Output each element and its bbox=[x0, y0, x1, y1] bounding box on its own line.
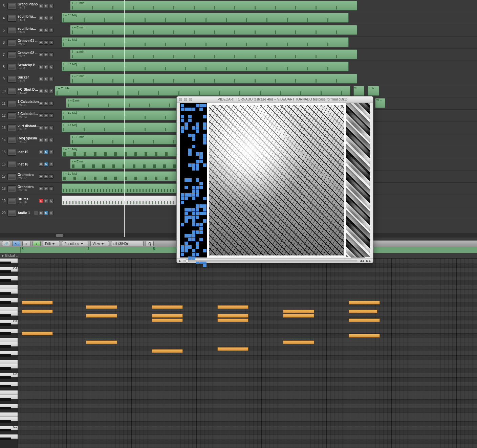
midi-region[interactable]: vi – bbox=[353, 86, 364, 96]
video-scrubber[interactable] bbox=[183, 260, 357, 262]
solo-button[interactable]: S bbox=[49, 101, 53, 106]
solo-button[interactable]: S bbox=[49, 77, 53, 81]
play-button[interactable]: ▶ bbox=[179, 259, 181, 263]
scroll-thumb[interactable] bbox=[56, 234, 63, 237]
midi-region[interactable]: ii – E min bbox=[70, 159, 185, 169]
midi-note[interactable] bbox=[86, 305, 117, 309]
track-icon[interactable] bbox=[7, 3, 16, 9]
solo-button[interactable]: S bbox=[49, 186, 53, 191]
midi-in-icon[interactable]: ⎆ bbox=[22, 241, 30, 246]
track-header[interactable]: 4equilibrium ...Inst 4RMS bbox=[0, 12, 55, 24]
mute-button[interactable]: M bbox=[44, 126, 48, 130]
video-titlebar[interactable]: VIDEOART TORNADO testcase 4bis – VIDEOAR… bbox=[177, 96, 373, 103]
track-header[interactable]: 6Groove 01 SFInst 6RMS bbox=[0, 37, 55, 49]
record-enable-button[interactable]: R bbox=[39, 126, 43, 130]
midi-note[interactable] bbox=[349, 318, 380, 322]
track-header[interactable]: 15Inst 15RMS bbox=[0, 146, 55, 158]
solo-button[interactable]: S bbox=[49, 138, 53, 142]
midi-note[interactable] bbox=[152, 305, 183, 309]
track-icon[interactable] bbox=[7, 161, 16, 168]
midi-region[interactable] bbox=[62, 183, 177, 193]
mute-button[interactable]: M bbox=[44, 4, 48, 8]
minimize-icon[interactable] bbox=[184, 98, 187, 101]
mute-button[interactable]: M bbox=[44, 138, 48, 142]
midi-note[interactable] bbox=[22, 310, 53, 313]
quantize-select[interactable]: off (3840) bbox=[111, 241, 144, 246]
track-icon[interactable] bbox=[7, 173, 16, 180]
midi-note[interactable] bbox=[217, 347, 248, 351]
piano-keyboard[interactable]: C4C3C2C1 bbox=[0, 259, 18, 448]
track-icon[interactable] bbox=[7, 64, 16, 70]
mute-button[interactable]: M bbox=[44, 28, 48, 32]
track-header[interactable]: 5equilibrium ...Inst 5RMS bbox=[0, 24, 55, 37]
mute-button[interactable]: M bbox=[44, 40, 48, 45]
mute-button[interactable]: M bbox=[44, 65, 48, 69]
midi-note[interactable] bbox=[152, 318, 183, 322]
track-header[interactable]: 10FX_Shut Do...Inst 10RMS bbox=[0, 85, 55, 97]
midi-region[interactable]: I – Eb Maj bbox=[55, 86, 350, 96]
midi-note[interactable] bbox=[217, 314, 248, 318]
record-enable-button[interactable]: R bbox=[39, 162, 43, 166]
quantize-apply-button[interactable]: Q bbox=[146, 241, 154, 246]
midi-note[interactable] bbox=[152, 349, 183, 353]
record-enable-button[interactable]: R bbox=[39, 174, 43, 179]
midi-region[interactable]: I – Eb Maj bbox=[62, 147, 177, 157]
mute-button[interactable]: M bbox=[44, 186, 48, 191]
midi-note[interactable] bbox=[217, 305, 248, 309]
track-icon[interactable] bbox=[7, 185, 16, 192]
record-enable-button[interactable]: R bbox=[39, 28, 43, 32]
track-header[interactable]: 8Scratchy Pul...Inst 8RMS bbox=[0, 61, 55, 73]
track-icon[interactable] bbox=[7, 76, 16, 83]
piano-roll-playhead[interactable] bbox=[21, 259, 21, 448]
scrubber-knob[interactable] bbox=[185, 259, 189, 263]
midi-note[interactable] bbox=[217, 318, 248, 322]
record-enable-button[interactable]: R bbox=[39, 52, 43, 57]
track-icon[interactable] bbox=[7, 198, 16, 204]
arrange-lane[interactable]: ii – E min bbox=[55, 0, 477, 12]
midi-note[interactable] bbox=[349, 310, 377, 313]
mute-button[interactable]: M bbox=[44, 162, 48, 166]
close-icon[interactable] bbox=[179, 98, 182, 101]
track-header[interactable]: 7Groove 02 SFInst 7RMS bbox=[0, 49, 55, 61]
midi-region[interactable]: I – Eb Maj bbox=[62, 171, 177, 181]
midi-region[interactable]: ii – E min bbox=[70, 74, 357, 84]
track-icon[interactable] bbox=[7, 210, 16, 217]
track-header[interactable]: 18OrchestraInst 18RMS bbox=[0, 183, 55, 195]
arrange-lane[interactable]: I – Eb Maj bbox=[55, 12, 477, 24]
midi-region[interactable] bbox=[62, 196, 177, 205]
solo-button[interactable]: S bbox=[49, 89, 53, 93]
mute-button[interactable]: M bbox=[44, 211, 48, 215]
midi-region[interactable]: ii – E min bbox=[70, 1, 357, 10]
mute-button[interactable]: M bbox=[44, 150, 48, 154]
mute-button[interactable]: M bbox=[44, 52, 48, 57]
midi-out-icon[interactable]: ♪ bbox=[32, 241, 41, 246]
midi-note[interactable] bbox=[349, 334, 380, 338]
record-enable-button[interactable]: R bbox=[39, 113, 43, 118]
track-header[interactable]: 14[bio] SpasmInst 13RMS bbox=[0, 134, 55, 146]
midi-region[interactable]: I – Eb Maj bbox=[62, 13, 349, 23]
track-header[interactable]: 17OrchestraInst 17RMS bbox=[0, 171, 55, 183]
track-header[interactable]: 13vurt distant...Inst 12RMS bbox=[0, 122, 55, 134]
mute-button[interactable]: M bbox=[44, 101, 48, 106]
midi-note[interactable] bbox=[283, 310, 314, 313]
track-header[interactable]: 122 CalculationsInst 14RMS bbox=[0, 110, 55, 122]
piano-roll-grid[interactable] bbox=[18, 259, 477, 448]
solo-button[interactable]: S bbox=[49, 65, 53, 69]
midi-region[interactable]: ii – E min bbox=[70, 49, 357, 59]
step-forward-button[interactable]: ▶▶ bbox=[366, 259, 371, 263]
track-header[interactable]: 19DrumsInst 19RMS bbox=[0, 195, 55, 207]
track-icon[interactable] bbox=[7, 15, 16, 22]
track-icon[interactable] bbox=[7, 112, 16, 119]
record-enable-button[interactable]: R bbox=[39, 89, 43, 93]
midi-region[interactable]: VII – bbox=[375, 98, 385, 108]
edit-menu[interactable]: Edit bbox=[43, 241, 60, 246]
midi-note[interactable] bbox=[283, 314, 314, 318]
link-icon[interactable]: 🔗 bbox=[2, 241, 10, 246]
record-enable-button[interactable]: R bbox=[39, 138, 43, 142]
arrange-lane[interactable]: I – Eb Maj bbox=[55, 61, 477, 73]
midi-note[interactable] bbox=[22, 332, 53, 335]
mute-button[interactable]: M bbox=[44, 113, 48, 118]
zoom-icon[interactable] bbox=[189, 98, 192, 101]
arrange-lane[interactable]: I – Eb Maj bbox=[55, 37, 477, 49]
track-icon[interactable] bbox=[7, 149, 16, 156]
